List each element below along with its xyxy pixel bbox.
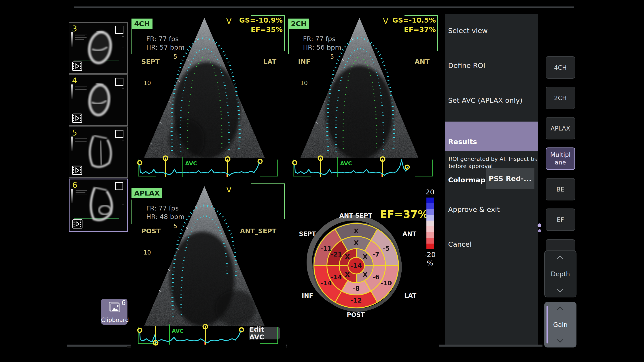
view-button-be[interactable]: BE bbox=[546, 178, 575, 200]
ecg-strip: AVC bbox=[136, 154, 280, 181]
panel-bullseye: -11X-5-14-12-10-21X-7-14-8-6XXXX-14 ANT … bbox=[287, 182, 440, 349]
app-root: 3 4 bbox=[0, 0, 644, 362]
cine-loop-icon bbox=[72, 113, 82, 123]
rim-label-sept: SEPT bbox=[287, 230, 330, 237]
view-button-ef[interactable]: EF bbox=[546, 209, 575, 231]
wall-label-right: LAT bbox=[264, 58, 276, 65]
ef-value: EF=35% bbox=[251, 25, 283, 33]
heart-rate-label: HR: 57 bpm bbox=[146, 43, 184, 51]
depth-label: Depth bbox=[551, 270, 570, 278]
avc-label: AVC bbox=[172, 328, 184, 334]
thumbnail-3[interactable]: 3 bbox=[69, 22, 128, 74]
view-button-4ch[interactable]: 4CH bbox=[546, 56, 575, 79]
bullseye-ef-value: EF=37% bbox=[378, 208, 428, 220]
thumbnail-number: 4 bbox=[72, 76, 77, 85]
depth-tick bbox=[122, 193, 124, 193]
bullseye-segment-value: X bbox=[362, 253, 368, 261]
wall-label-right: ANT bbox=[415, 58, 430, 65]
avc-label: AVC bbox=[340, 160, 352, 167]
v-marker: V bbox=[226, 17, 232, 26]
v-marker: V bbox=[226, 185, 232, 194]
bullseye-segment-value: -21 bbox=[331, 251, 342, 258]
clipboard-count-badge: 6 bbox=[122, 299, 126, 307]
corner-bracket bbox=[437, 15, 438, 51]
cine-loop-icon bbox=[72, 166, 82, 175]
mini-ultrasound-image bbox=[83, 80, 117, 118]
bullseye-segment-value: -12 bbox=[350, 297, 362, 304]
ultrasound-sector bbox=[130, 182, 286, 326]
mini-ultrasound-image bbox=[83, 28, 117, 66]
menu-item-define-roi[interactable]: Define ROI bbox=[448, 61, 485, 69]
colorbar-step bbox=[426, 244, 434, 249]
bullseye-segment-value: X bbox=[345, 253, 350, 261]
thumbnail-5[interactable]: 5 bbox=[69, 126, 128, 178]
grayscale-bar bbox=[71, 84, 73, 99]
colorbar-step bbox=[426, 226, 434, 232]
depth-tick bbox=[122, 88, 124, 89]
view-button-2ch[interactable]: 2CH bbox=[546, 87, 575, 109]
panel-2ch[interactable]: 2CH FR: 77 fps HR: 56 bpm INF ANT GS=-10… bbox=[287, 14, 440, 181]
thumbnail-4[interactable]: 4 bbox=[69, 74, 128, 126]
depth-tick bbox=[122, 48, 124, 48]
ai-roi-note-line1: ROI generated by AI. Inspect tra bbox=[448, 156, 537, 162]
colorbar-min-label: -20 bbox=[419, 251, 440, 259]
bullseye-segment-value: -14 bbox=[320, 280, 332, 287]
colormap-dropdown[interactable]: PSS Red-... bbox=[486, 168, 534, 189]
view-button-multiplane-selected[interactable]: Multiplane bbox=[546, 147, 575, 170]
thumbnail-number: 6 bbox=[72, 180, 77, 189]
colorbar-step bbox=[426, 232, 434, 238]
bullseye-segment-value: -7 bbox=[372, 251, 380, 258]
v-marker: V bbox=[383, 17, 388, 26]
depth-tick bbox=[122, 204, 124, 204]
menu-item-set-avc[interactable]: Set AVC (APLAX only) bbox=[448, 96, 522, 104]
depth-tick bbox=[122, 59, 124, 59]
chevron-up-icon[interactable] bbox=[557, 306, 564, 312]
ef-value: EF=37% bbox=[404, 25, 436, 33]
chevron-up-icon[interactable] bbox=[557, 255, 564, 261]
clipboard-images-icon bbox=[108, 302, 121, 314]
panel-aplax[interactable]: APLAX FR: 77 fps HR: 48 bpm POST ANT_SEP… bbox=[130, 182, 286, 349]
bullseye-segment-value: -14 bbox=[331, 274, 342, 281]
bullseye-segment-value: X bbox=[362, 271, 368, 278]
thumbnail-number: 5 bbox=[72, 128, 77, 137]
strain-colorbar bbox=[426, 198, 434, 249]
panel-4ch[interactable]: 4CH FR: 77 fps HR: 57 bpm SEPT LAT GS=-1… bbox=[130, 14, 286, 181]
bullseye-segment-value: X bbox=[345, 271, 350, 278]
grayscale-bar bbox=[71, 32, 73, 47]
view-tag-badge: 2CH bbox=[288, 18, 309, 29]
chevron-down-icon[interactable] bbox=[557, 287, 564, 293]
ecg-strip: AVC bbox=[136, 321, 280, 349]
scroll-indicator-dot bbox=[538, 223, 541, 227]
depth-tick-5: 5 bbox=[174, 53, 177, 60]
bullseye-plot: -11X-5-14-12-10-21X-7-14-8-6XXXX-14 bbox=[302, 213, 410, 318]
results-label: Results bbox=[448, 138, 477, 146]
strain-results-label: GS=-10.9%EF=35% bbox=[239, 15, 283, 34]
corner-bracket bbox=[132, 200, 132, 224]
depth-tick bbox=[122, 141, 124, 141]
bullseye-segment-value: -5 bbox=[383, 245, 390, 252]
colormap-value: PSS Red-... bbox=[488, 175, 532, 183]
top-chrome-bar bbox=[74, 6, 574, 8]
menu-item-cancel[interactable]: Cancel bbox=[448, 240, 472, 248]
bullseye-segment-value: -10 bbox=[380, 280, 392, 287]
clipboard-button[interactable]: 6 Clipboard bbox=[101, 299, 128, 325]
menu-item-select-view[interactable]: Select view bbox=[448, 26, 488, 35]
view-button-aplax[interactable]: APLAX bbox=[546, 117, 575, 139]
chevron-down-icon[interactable] bbox=[557, 337, 564, 344]
grayscale-bar bbox=[71, 189, 73, 203]
rim-label-lat: LAT bbox=[388, 292, 433, 299]
rim-label-ant: ANT bbox=[387, 230, 432, 237]
partial-button bbox=[546, 239, 575, 252]
bullseye-segment-value: X bbox=[354, 239, 359, 247]
clipboard-label: Clipboard bbox=[101, 317, 128, 323]
depth-tick-10: 10 bbox=[144, 249, 151, 256]
scroll-indicator-dot bbox=[538, 229, 541, 232]
corner-bracket bbox=[132, 29, 132, 54]
gain-control: Gain bbox=[544, 302, 576, 348]
colorbar-max-label: 20 bbox=[419, 188, 440, 196]
thumbnail-6-selected[interactable]: 6 bbox=[69, 179, 128, 232]
menu-item-results-selected[interactable]: Results bbox=[445, 122, 538, 151]
menu-item-approve-exit[interactable]: Approve & exit bbox=[448, 205, 500, 213]
colorbar-step bbox=[426, 215, 434, 221]
wall-label-left: INF bbox=[298, 58, 310, 65]
